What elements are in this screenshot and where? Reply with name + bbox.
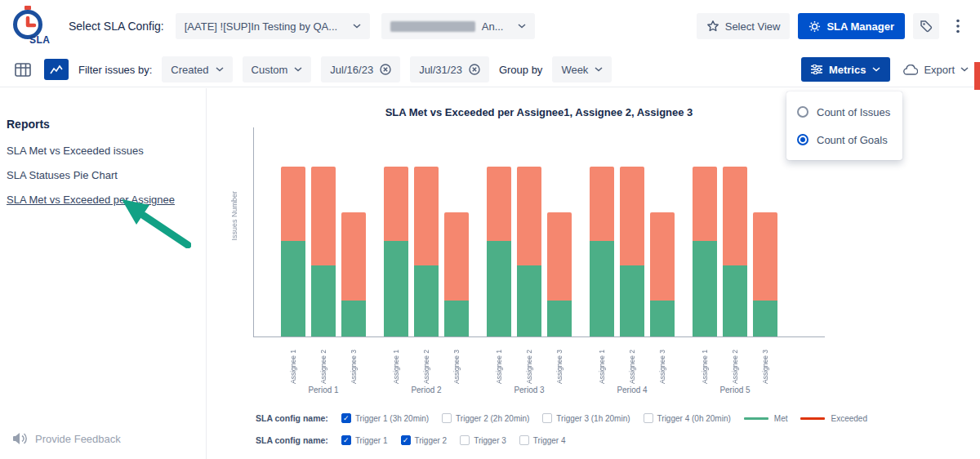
checkbox[interactable] <box>460 435 470 445</box>
trigger-label: Trigger 4 (0h 20min) <box>657 414 731 423</box>
x-axis-label: Assignee 3 <box>341 343 366 384</box>
gear-icon <box>808 20 821 33</box>
trigger-option[interactable]: Trigger 2 <box>401 435 448 445</box>
filter-toolbar: Filter issues by: Created Custom Jul/16/… <box>0 52 980 87</box>
menu-item-count-of-issues[interactable]: Count of Issues <box>786 98 902 126</box>
range-type-dropdown[interactable]: Custom <box>243 56 312 82</box>
bar-segment-exceeded <box>693 167 717 242</box>
checkbox[interactable] <box>644 413 653 423</box>
chart-view-toggle[interactable] <box>44 59 69 80</box>
export-button[interactable]: Export <box>903 64 969 76</box>
metrics-button[interactable]: Metrics <box>801 57 891 82</box>
stacked-bar <box>753 132 777 336</box>
bar-segment-exceeded <box>753 212 777 301</box>
sla-manager-label: SLA Manager <box>826 20 894 33</box>
bar-segment-exceeded <box>487 167 511 242</box>
bar-group: Assignee 1Assignee 2Assignee 3Period 1 <box>281 132 366 394</box>
x-axis-label: Assignee 2 <box>414 343 439 384</box>
chevron-down-icon <box>294 67 302 72</box>
clear-icon[interactable] <box>380 64 391 75</box>
app-root: SLA Select SLA Config: [AATE] ![SUP]In T… <box>0 0 980 459</box>
sliders-icon <box>811 65 822 74</box>
header-actions: Select View SLA Manager <box>697 13 969 39</box>
trigger-option[interactable]: Trigger 4 <box>519 435 566 445</box>
bar-group: Assignee 1Assignee 2Assignee 3Period 3 <box>487 132 572 394</box>
star-icon <box>706 20 719 33</box>
checkbox[interactable] <box>341 435 351 445</box>
chevron-down-icon <box>595 67 603 72</box>
trigger-label: Trigger 3 (1h 20min) <box>556 414 630 423</box>
trigger-option[interactable]: Trigger 2 (2h 20min) <box>442 413 529 423</box>
trigger-label: Trigger 4 <box>533 436 566 445</box>
date-to-field[interactable]: Jul/31/23 <box>410 56 489 82</box>
stacked-bar <box>414 132 439 336</box>
menu-item-count-of-goals[interactable]: Count of Goals <box>786 126 902 154</box>
x-axis-label: Assignee 1 <box>384 343 408 384</box>
assignee-dropdown[interactable]: An... <box>381 13 535 39</box>
x-axis-label: Assignee 2 <box>311 343 336 384</box>
metrics-dropdown-menu: Count of Issues Count of Goals <box>786 91 902 160</box>
bar-segment-exceeded <box>311 167 336 265</box>
more-options-button[interactable] <box>947 13 969 39</box>
legend-line-met <box>744 417 768 420</box>
legend-label: Exceeded <box>831 414 866 423</box>
checkbox[interactable] <box>341 413 351 423</box>
x-axis-label: Assignee 1 <box>590 343 614 384</box>
bar-segment-exceeded <box>547 212 572 301</box>
group-by-dropdown[interactable]: Week <box>552 56 612 82</box>
sla-config-filter-row-2: SLA config name: Trigger 1 Trigger 2 Tri… <box>256 435 566 445</box>
sidebar-item-met-vs-exceeded-issues[interactable]: SLA Met vs Exceeded issues <box>7 145 199 157</box>
trigger-label: Trigger 1 (3h 20min) <box>355 414 429 423</box>
period-label: Period 5 <box>693 385 777 394</box>
sidebar-item-statuses-pie-chart[interactable]: SLA Statuses Pie Chart <box>7 169 199 181</box>
line-chart-icon <box>50 65 63 74</box>
trigger-option[interactable]: Trigger 1 <box>341 435 388 445</box>
chevron-down-icon <box>216 67 224 72</box>
sla-config-name-label: SLA config name: <box>256 413 328 423</box>
table-view-toggle[interactable] <box>11 59 34 80</box>
tag-icon <box>920 20 933 33</box>
stacked-bar <box>723 132 747 336</box>
chevron-down-icon <box>353 24 361 29</box>
bar-segment-exceeded <box>281 167 305 242</box>
bar-segment-met <box>650 301 675 336</box>
trigger-option[interactable]: Trigger 3 <box>460 435 506 445</box>
bar-segment-met <box>753 301 777 336</box>
radio-count-of-issues[interactable] <box>797 106 808 118</box>
date-from-value: Jul/16/23 <box>330 64 373 76</box>
trigger-option[interactable]: Trigger 1 (3h 20min) <box>341 413 429 423</box>
y-axis-label: Issues Number <box>230 191 238 241</box>
bar-chart: Issues Number Assignee 1Assignee 2Assign… <box>253 132 825 336</box>
filter-issues-by-label: Filter issues by: <box>78 64 152 76</box>
bar-segment-exceeded <box>517 167 541 265</box>
stacked-bar <box>341 132 366 336</box>
app-header: SLA Select SLA Config: [AATE] ![SUP]In T… <box>0 0 980 52</box>
filter-type-value: Created <box>171 64 208 76</box>
sla-manager-button[interactable]: SLA Manager <box>798 13 905 39</box>
bar-segment-exceeded <box>620 167 644 265</box>
checkbox[interactable] <box>401 435 411 445</box>
checkbox[interactable] <box>442 413 452 423</box>
checkbox[interactable] <box>542 413 552 423</box>
bar-segment-met <box>723 265 747 337</box>
bar-segment-met <box>444 301 469 336</box>
sla-config-filter-row-1: SLA config name: Trigger 1 (3h 20min) Tr… <box>256 413 835 423</box>
trigger-option[interactable]: Trigger 4 (0h 20min) <box>644 413 731 423</box>
radio-count-of-goals[interactable] <box>797 134 808 145</box>
provide-feedback-button[interactable]: Provide Feedback <box>11 431 121 446</box>
metrics-label: Metrics <box>829 64 866 76</box>
tag-button[interactable] <box>913 13 939 39</box>
period-label: Period 4 <box>590 385 675 394</box>
filter-type-dropdown[interactable]: Created <box>162 56 232 82</box>
bar-segment-exceeded <box>414 167 439 265</box>
date-from-field[interactable]: Jul/16/23 <box>321 56 400 82</box>
stacked-bar <box>281 132 305 336</box>
clear-icon[interactable] <box>469 64 480 75</box>
sla-config-dropdown[interactable]: [AATE] ![SUP]In Testing by QA... <box>176 13 370 39</box>
trigger-option[interactable]: Trigger 3 (1h 20min) <box>542 413 630 423</box>
bar-segment-exceeded <box>341 212 366 301</box>
trigger-label: Trigger 2 <box>415 436 448 445</box>
bar-segment-exceeded <box>384 167 408 242</box>
checkbox[interactable] <box>519 435 529 445</box>
select-view-button[interactable]: Select View <box>697 13 791 39</box>
